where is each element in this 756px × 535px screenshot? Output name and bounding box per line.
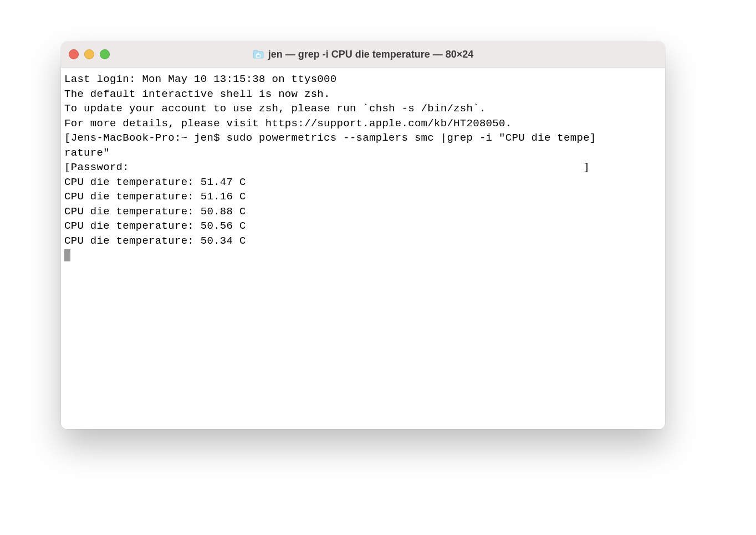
terminal-body[interactable]: Last login: Mon May 10 13:15:38 on ttys0… — [61, 68, 665, 429]
bracket-close: ] — [583, 161, 590, 173]
terminal-window: jen — grep -i CPU die temperature — 80×2… — [61, 42, 665, 429]
shell-notice-line: For more details, please visit https://s… — [64, 116, 662, 131]
bracket-open: [ — [64, 161, 71, 173]
bracket-close: ] — [590, 132, 596, 144]
shell-notice-line: To update your account to use zsh, pleas… — [64, 101, 662, 116]
bracket-open: [ — [64, 132, 71, 144]
window-title: jen — grep -i CPU die temperature — 80×2… — [268, 49, 474, 60]
output-line: CPU die temperature: 51.47 C — [64, 175, 662, 190]
shell-notice-line: The default interactive shell is now zsh… — [64, 87, 662, 102]
last-login-line: Last login: Mon May 10 13:15:38 on ttys0… — [64, 72, 662, 87]
cursor — [64, 249, 70, 261]
window-title-wrap: jen — grep -i CPU die temperature — 80×2… — [61, 49, 665, 60]
output-line: CPU die temperature: 51.16 C — [64, 189, 662, 204]
prompt-text: Jens-MacBook-Pro:~ jen$ sudo powermetric… — [71, 132, 590, 144]
close-button[interactable] — [69, 49, 79, 59]
traffic-lights — [69, 49, 110, 59]
output-line: CPU die temperature: 50.34 C — [64, 234, 662, 249]
minimize-button[interactable] — [84, 49, 94, 59]
cursor-line — [64, 248, 662, 263]
output-line: CPU die temperature: 50.88 C — [64, 204, 662, 219]
password-prompt: Password: — [71, 161, 129, 173]
output-line: CPU die temperature: 50.56 C — [64, 219, 662, 234]
fullscreen-button[interactable] — [100, 49, 110, 59]
prompt-line-continuation: rature" — [64, 146, 662, 161]
titlebar: jen — grep -i CPU die temperature — 80×2… — [61, 42, 665, 68]
password-line: [Password: ] — [64, 160, 662, 175]
prompt-line: [Jens-MacBook-Pro:~ jen$ sudo powermetri… — [64, 131, 662, 146]
folder-icon — [253, 50, 264, 59]
password-spacer — [129, 161, 583, 173]
